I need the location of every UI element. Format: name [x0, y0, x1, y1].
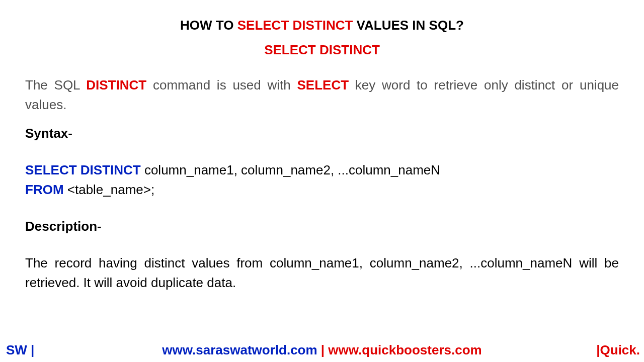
footer-brand-left: SW |	[6, 342, 34, 358]
intro-keyword-distinct: DISTINCT	[86, 77, 146, 93]
footer-url-saraswatworld[interactable]: www.saraswatworld.com	[162, 342, 317, 357]
syntax-label: Syntax-	[25, 126, 619, 141]
title-suffix: VALUES IN SQL?	[353, 18, 464, 33]
syntax-keyword-from: FROM	[25, 182, 64, 197]
description-label: Description-	[25, 219, 619, 234]
syntax-line-1: SELECT DISTINCT column_name1, column_nam…	[25, 160, 619, 180]
syntax-columns: column_name1, column_name2, ...column_na…	[141, 162, 440, 177]
syntax-code: SELECT DISTINCT column_name1, column_nam…	[25, 160, 619, 200]
page-subtitle: SELECT DISTINCT	[25, 42, 619, 58]
intro-paragraph: The SQL DISTINCT command is used with SE…	[25, 75, 619, 115]
footer-separator: |	[317, 342, 329, 357]
footer-url-quickboosters[interactable]: www.quickboosters.com	[328, 342, 481, 357]
intro-text-1: The SQL	[25, 77, 86, 93]
intro-text-2: command is used with	[146, 77, 297, 93]
footer-brand-right: |Quick.	[596, 342, 640, 358]
footer-links: www.saraswatworld.com | www.quickbooster…	[162, 342, 481, 358]
title-prefix: HOW TO	[180, 18, 237, 33]
title-highlight: SELECT DISTINCT	[237, 18, 353, 33]
footer: SW | www.saraswatworld.com | www.quickbo…	[0, 342, 644, 358]
description-text: The record having distinct values from c…	[25, 253, 619, 293]
syntax-keyword-select-distinct: SELECT DISTINCT	[25, 162, 141, 177]
intro-keyword-select: SELECT	[297, 77, 349, 93]
syntax-table: <table_name>;	[64, 182, 155, 197]
page-title: HOW TO SELECT DISTINCT VALUES IN SQL?	[25, 18, 619, 33]
syntax-line-2: FROM <table_name>;	[25, 180, 619, 200]
